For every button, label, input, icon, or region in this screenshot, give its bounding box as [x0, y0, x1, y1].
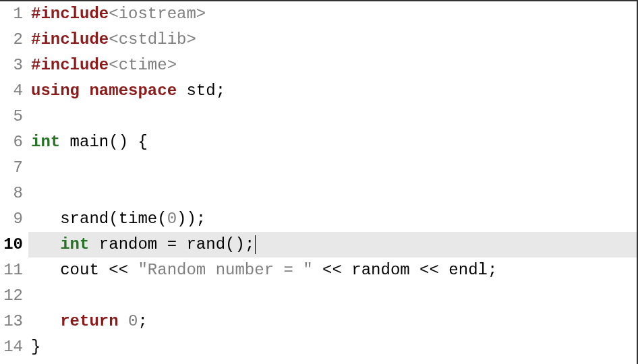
angle-open: < — [109, 30, 118, 49]
indent — [31, 210, 60, 228]
code-text: main() { — [60, 133, 148, 151]
code-text: << random << endl; — [313, 261, 498, 279]
angle-close: > — [196, 5, 206, 23]
line-number: 14 — [0, 334, 23, 360]
code-line[interactable]: #include<iostream> — [28, 1, 637, 27]
code-text: random = rand(); — [89, 235, 254, 253]
angle-close: > — [186, 30, 196, 49]
line-number: 11 — [0, 257, 23, 283]
angle-open: < — [109, 5, 118, 23]
code-line[interactable]: } — [28, 334, 637, 360]
indent — [31, 261, 60, 279]
header-name: iostream — [119, 5, 196, 23]
code-text: srand(time( — [60, 210, 167, 228]
number-token: 0 — [128, 312, 138, 330]
code-text: ; — [138, 312, 147, 330]
preprocessor-token: #include — [31, 5, 109, 23]
line-number: 5 — [0, 104, 23, 129]
code-line-empty[interactable] — [28, 283, 637, 309]
line-number: 6 — [0, 129, 23, 155]
header-name: ctime — [119, 56, 167, 74]
code-line-empty[interactable] — [28, 181, 637, 206]
number-token: 0 — [167, 210, 177, 228]
code-area[interactable]: #include<iostream> #include<cstdlib> #in… — [28, 1, 637, 364]
code-line[interactable]: return 0; — [28, 309, 637, 334]
code-editor[interactable]: 1 2 3 4 5 6 7 8 9 10 11 12 13 14 #includ… — [0, 1, 637, 364]
header-name: cstdlib — [119, 30, 187, 49]
line-number: 3 — [0, 53, 23, 78]
code-text: cout << — [60, 261, 138, 279]
indent — [31, 312, 60, 330]
code-line-empty[interactable] — [28, 155, 637, 181]
keyword-token: namespace — [89, 82, 177, 100]
space — [119, 312, 128, 330]
angle-open: < — [109, 56, 118, 74]
code-text: std; — [177, 82, 225, 100]
line-number: 8 — [0, 181, 23, 206]
string-token: "Random number = " — [138, 261, 312, 279]
line-number: 9 — [0, 206, 23, 232]
preprocessor-token: #include — [31, 56, 109, 74]
text-cursor — [255, 235, 256, 254]
keyword-token: using — [31, 82, 80, 100]
line-gutter: 1 2 3 4 5 6 7 8 9 10 11 12 13 14 — [0, 1, 28, 364]
code-line-empty[interactable] — [28, 104, 637, 129]
line-number: 1 — [0, 1, 23, 27]
line-number: 13 — [0, 309, 23, 334]
code-line-current[interactable]: int random = rand(); — [28, 232, 637, 257]
preprocessor-token: #include — [31, 30, 109, 49]
line-number: 2 — [0, 27, 23, 53]
line-number: 12 — [0, 283, 23, 309]
keyword-token: return — [60, 312, 118, 330]
line-number: 4 — [0, 78, 23, 104]
space — [80, 82, 89, 100]
line-number: 7 — [0, 155, 23, 181]
code-line[interactable]: cout << "Random number = " << random << … — [28, 257, 637, 283]
indent — [31, 235, 60, 253]
line-number-current: 10 — [0, 232, 23, 257]
angle-close: > — [167, 56, 177, 74]
code-text: )); — [177, 210, 206, 228]
code-text: } — [31, 338, 40, 356]
code-line[interactable]: srand(time(0)); — [28, 206, 637, 232]
code-line[interactable]: #include<cstdlib> — [28, 27, 637, 53]
type-token: int — [31, 133, 60, 151]
code-line[interactable]: using namespace std; — [28, 78, 637, 104]
code-line[interactable]: int main() { — [28, 129, 637, 155]
code-line[interactable]: #include<ctime> — [28, 53, 637, 78]
type-token: int — [60, 235, 89, 253]
